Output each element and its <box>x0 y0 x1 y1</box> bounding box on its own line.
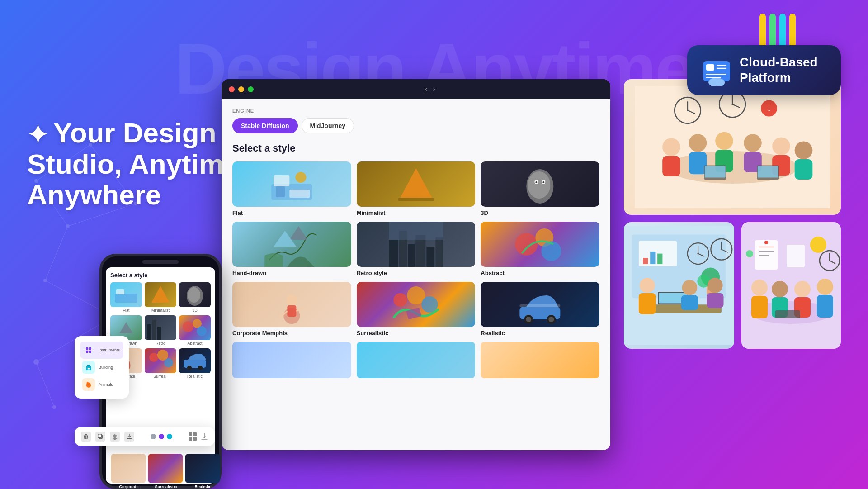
sidebar-animals-item[interactable]: Animals <box>80 376 123 393</box>
style-grid: Flat Minimalist <box>232 161 599 337</box>
svg-rect-43 <box>415 235 425 267</box>
style-flat-label: Flat <box>232 209 351 216</box>
svg-point-140 <box>746 250 753 257</box>
style-surrealistic[interactable]: Surrealistic <box>357 282 476 337</box>
svg-rect-97 <box>650 252 655 264</box>
phone-style-retro[interactable]: Retro <box>145 315 176 346</box>
style-3d[interactable]: 3D <box>481 161 599 216</box>
sidebar-building-item[interactable]: Building <box>80 359 123 376</box>
toolbar-layers-icon[interactable] <box>110 432 120 442</box>
window-close-btn[interactable] <box>229 86 235 92</box>
nav-forward-icon[interactable]: › <box>433 85 435 93</box>
meeting-top-image: ↓ <box>624 79 841 215</box>
style-abstract[interactable]: Abstract <box>481 222 599 276</box>
sidebar-card: Instruments Building Animals <box>75 336 129 399</box>
svg-rect-110 <box>707 293 724 308</box>
svg-rect-156 <box>116 289 124 294</box>
style-minimalist[interactable]: Minimalist <box>357 161 476 216</box>
svg-rect-44 <box>426 247 434 267</box>
svg-rect-141 <box>775 310 800 318</box>
svg-rect-143 <box>86 351 88 353</box>
hero-headline: ✦Your Design Studio, Anytime, Anywhere <box>27 118 247 210</box>
style-retro-label: Retro style <box>357 270 476 276</box>
style-retro[interactable]: Retro style <box>357 222 476 276</box>
cloud-badge-text: Cloud-Based Platform <box>740 55 827 85</box>
svg-point-75 <box>772 137 790 155</box>
style-flat[interactable]: Flat <box>232 161 351 216</box>
svg-point-63 <box>549 317 554 322</box>
svg-line-12 <box>45 226 68 280</box>
svg-rect-31 <box>398 198 434 201</box>
svg-rect-148 <box>88 368 89 370</box>
phone-retro-label: Retro <box>145 341 176 346</box>
svg-rect-42 <box>408 244 415 267</box>
bottom-images-row <box>624 222 841 349</box>
more-styles-row <box>232 342 599 378</box>
dot-purple[interactable] <box>159 434 164 439</box>
phone-style-flat[interactable]: Flat <box>110 282 142 313</box>
svg-rect-17 <box>706 64 714 71</box>
toolbar-export-icon[interactable] <box>124 432 134 442</box>
bottom-surrealistic-item[interactable]: Surrealistic <box>148 454 184 489</box>
tab-midjourney[interactable]: MidJourney <box>302 118 354 133</box>
window-minimize-btn[interactable] <box>238 86 244 92</box>
style-handdrawn-label: Hand-drawn <box>232 270 351 276</box>
style-corporate[interactable]: Corporate Memphis <box>232 282 351 337</box>
cloud-badge: Cloud-Based Platform <box>687 45 841 95</box>
svg-rect-28 <box>276 186 285 197</box>
hero-section: ✦Your Design Studio, Anytime, Anywhere <box>27 118 247 210</box>
svg-point-123 <box>772 281 788 297</box>
tab-stable-diffusion[interactable]: Stable Diffusion <box>232 118 298 133</box>
svg-rect-29 <box>289 190 310 198</box>
grid-view-icon[interactable] <box>189 432 197 441</box>
svg-point-7 <box>52 405 56 409</box>
phone-style-3d[interactable]: 3D <box>179 282 211 313</box>
phone-toolbar <box>75 427 215 446</box>
svg-line-14 <box>36 362 54 407</box>
svg-rect-142 <box>86 347 88 350</box>
svg-point-51 <box>286 294 297 305</box>
bottom-style-row: Corporate Surrealistic Realistic <box>111 454 224 489</box>
svg-point-139 <box>829 260 830 261</box>
phone-style-surrealistic[interactable]: Surreal. <box>145 348 176 379</box>
toolbar-trash-icon[interactable] <box>81 432 91 442</box>
nav-back-icon[interactable]: ‹ <box>425 85 427 93</box>
bottom-realistic-item[interactable]: Realistic <box>185 454 221 489</box>
toolbar-dots <box>151 434 172 439</box>
svg-point-151 <box>87 382 89 385</box>
bottom-surrealistic-label: Surrealistic <box>148 484 184 489</box>
svg-point-127 <box>817 279 833 295</box>
svg-point-2 <box>66 224 70 228</box>
phone-style-abstract[interactable]: Abstract <box>179 315 211 346</box>
dot-gray[interactable] <box>151 434 156 439</box>
instruments-label: Instruments <box>99 348 120 352</box>
svg-point-37 <box>543 181 545 183</box>
style-3d-label: 3D <box>481 209 599 216</box>
style-surrealistic-label: Surrealistic <box>357 330 476 337</box>
svg-point-153 <box>87 385 88 385</box>
bottom-corporate-item[interactable]: Corporate <box>111 454 147 489</box>
style-minimalist-label: Minimalist <box>357 209 476 216</box>
animals-label: Animals <box>99 382 113 387</box>
phone-abstract-label: Abstract <box>179 341 211 346</box>
sidebar-instruments-item[interactable]: Instruments <box>80 342 123 359</box>
window-maximize-btn[interactable] <box>248 86 254 92</box>
dot-cyan[interactable] <box>167 434 172 439</box>
phone-minimalist-label: Minimalist <box>145 308 176 313</box>
download-icon[interactable] <box>200 432 208 441</box>
building-label: Building <box>99 365 113 370</box>
style-handdrawn[interactable]: Hand-drawn <box>232 222 351 276</box>
svg-point-109 <box>708 278 723 293</box>
phone-style-minimalist[interactable]: Minimalist <box>145 282 176 313</box>
phone-style-realistic[interactable]: Realistic <box>179 348 211 379</box>
svg-rect-122 <box>751 296 768 318</box>
svg-rect-177 <box>98 434 102 438</box>
svg-rect-108 <box>681 295 698 310</box>
svg-point-114 <box>697 253 699 255</box>
svg-rect-26 <box>274 175 289 186</box>
toolbar-copy-icon[interactable] <box>95 432 105 442</box>
style-realistic[interactable]: Realistic <box>481 282 599 337</box>
svg-point-55 <box>393 293 407 307</box>
svg-point-71 <box>715 132 733 150</box>
svg-point-118 <box>721 248 722 250</box>
